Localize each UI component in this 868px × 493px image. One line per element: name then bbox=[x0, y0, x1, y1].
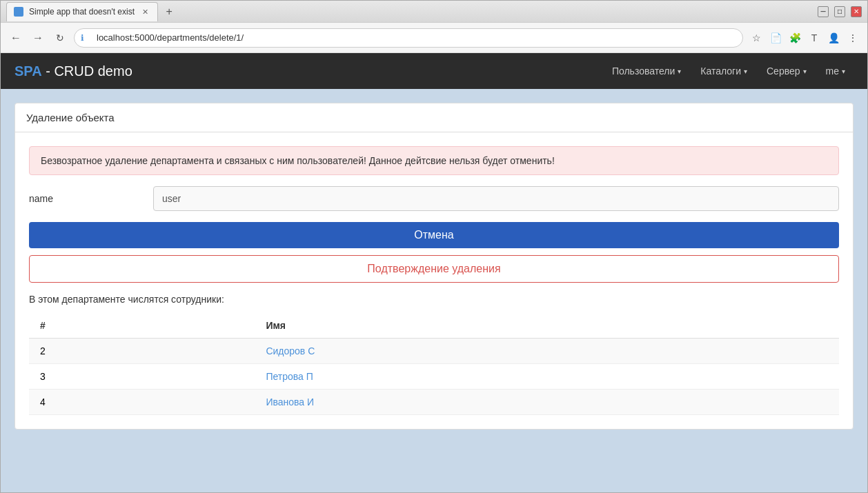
employee-link[interactable]: Сидоров С bbox=[266, 345, 315, 356]
col-header-id: # bbox=[29, 313, 255, 339]
name-input[interactable] bbox=[153, 186, 839, 211]
back-button[interactable]: ← bbox=[8, 30, 24, 46]
nav-item-catalogs[interactable]: Каталоги ▾ bbox=[692, 61, 756, 81]
table-row: 2Сидоров С bbox=[29, 339, 839, 364]
employee-name[interactable]: Иванова И bbox=[255, 390, 839, 415]
nav-item-me[interactable]: me ▾ bbox=[818, 61, 854, 81]
card-header: Удаление объекта bbox=[15, 103, 853, 132]
employee-id: 3 bbox=[29, 364, 255, 390]
brand-spa: SPA bbox=[14, 63, 42, 79]
table-row: 3Петрова П bbox=[29, 364, 839, 390]
employees-section-label: В этом департаменте числятся сотрудники: bbox=[29, 294, 839, 305]
employee-id: 2 bbox=[29, 339, 255, 364]
col-header-name: Имя bbox=[255, 313, 839, 339]
table-header-row: # Имя bbox=[29, 313, 839, 339]
app-container: SPA - CRUD demo Пользователи ▾ Каталоги … bbox=[1, 53, 867, 492]
maximize-button[interactable]: □ bbox=[834, 6, 845, 17]
alert-danger: Безвозратное удаление департамента и свя… bbox=[29, 146, 839, 175]
pdf-icon[interactable]: 📄 bbox=[768, 30, 783, 46]
tab-favicon bbox=[14, 7, 23, 17]
title-bar-left: Simple app that doesn't exist ✕ + bbox=[6, 2, 177, 21]
chevron-down-icon: ▾ bbox=[744, 68, 747, 75]
browser-tab[interactable]: Simple app that doesn't exist ✕ bbox=[6, 2, 158, 21]
navbar-nav: Пользователи ▾ Каталоги ▾ Сервер ▾ me ▾ bbox=[604, 61, 854, 81]
nav-item-server[interactable]: Сервер ▾ bbox=[758, 61, 815, 81]
tab-label: Simple app that doesn't exist bbox=[29, 7, 135, 17]
url-input[interactable] bbox=[74, 28, 743, 48]
employee-name[interactable]: Петрова П bbox=[255, 364, 839, 390]
main-content: Удаление объекта Безвозратное удаление д… bbox=[1, 89, 867, 454]
url-container: ℹ bbox=[74, 28, 743, 48]
name-field-group: name bbox=[29, 186, 839, 211]
table-head: # Имя bbox=[29, 313, 839, 339]
lock-icon: ℹ bbox=[81, 33, 84, 43]
chevron-down-icon: ▾ bbox=[842, 68, 845, 75]
page-title: Удаление объекта bbox=[26, 112, 115, 123]
window-controls: ─ □ ✕ bbox=[818, 6, 862, 17]
employee-link[interactable]: Петрова П bbox=[266, 371, 313, 382]
browser-toolbar-icons: ☆ 📄 🧩 T 👤 ⋮ bbox=[749, 30, 860, 46]
employees-table: # Имя 2Сидоров С3Петрова П4Иванова И bbox=[29, 313, 839, 415]
browser-window: Simple app that doesn't exist ✕ + ─ □ ✕ … bbox=[0, 0, 868, 493]
tab-close-button[interactable]: ✕ bbox=[140, 7, 150, 17]
title-bar: Simple app that doesn't exist ✕ + ─ □ ✕ bbox=[1, 1, 867, 23]
translate-icon[interactable]: T bbox=[807, 30, 822, 46]
navbar: SPA - CRUD demo Пользователи ▾ Каталоги … bbox=[1, 53, 867, 89]
table-body: 2Сидоров С3Петрова П4Иванова И bbox=[29, 339, 839, 415]
forward-button[interactable]: → bbox=[30, 30, 46, 46]
minimize-button[interactable]: ─ bbox=[818, 6, 829, 17]
table-row: 4Иванова И bbox=[29, 390, 839, 415]
chevron-down-icon: ▾ bbox=[803, 68, 807, 75]
nav-item-users[interactable]: Пользователи ▾ bbox=[604, 61, 689, 81]
name-label: name bbox=[29, 193, 153, 204]
employee-id: 4 bbox=[29, 390, 255, 415]
refresh-button[interactable]: ↻ bbox=[52, 30, 68, 46]
chevron-down-icon: ▾ bbox=[678, 68, 681, 75]
employee-link[interactable]: Иванова И bbox=[266, 396, 314, 408]
extension-icon[interactable]: 🧩 bbox=[787, 30, 802, 46]
employee-name[interactable]: Сидоров С bbox=[255, 339, 839, 364]
new-tab-button[interactable]: + bbox=[161, 3, 177, 20]
alert-text: Безвозратное удаление департамента и свя… bbox=[41, 155, 555, 166]
navbar-brand: SPA - CRUD demo bbox=[14, 63, 132, 79]
account-icon[interactable]: 👤 bbox=[826, 30, 841, 46]
brand-text: - CRUD demo bbox=[42, 63, 132, 79]
confirm-delete-button[interactable]: Подтверждение удаления bbox=[29, 255, 839, 283]
bookmark-icon[interactable]: ☆ bbox=[749, 30, 764, 46]
close-button[interactable]: ✕ bbox=[851, 6, 862, 17]
menu-icon[interactable]: ⋮ bbox=[845, 30, 860, 46]
main-card: Удаление объекта Безвозратное удаление д… bbox=[14, 103, 854, 430]
address-bar: ← → ↻ ℹ ☆ 📄 🧩 T 👤 ⋮ bbox=[1, 23, 867, 53]
cancel-button[interactable]: Отмена bbox=[29, 222, 839, 248]
card-body: Безвозратное удаление департамента и свя… bbox=[15, 132, 853, 429]
